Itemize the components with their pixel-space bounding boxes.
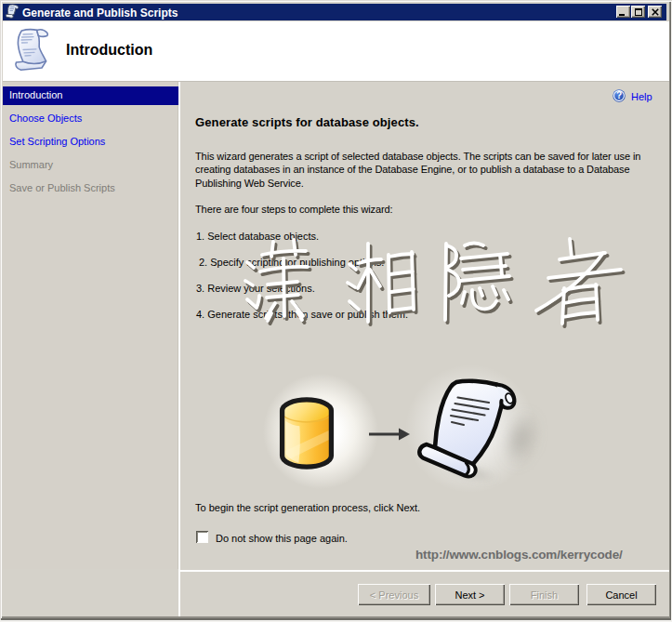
svg-text:?: ? [616,90,622,100]
